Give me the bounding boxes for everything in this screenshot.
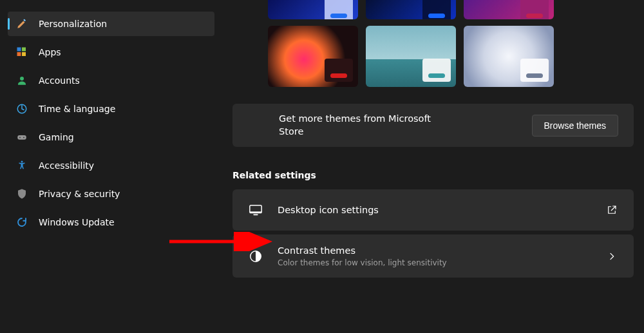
more-themes-row: Get more themes from Microsoft Store Bro… — [232, 104, 634, 147]
theme-card[interactable] — [268, 0, 358, 19]
clock-globe-icon — [15, 102, 28, 115]
sidebar-item-label: Time & language — [39, 104, 115, 114]
sidebar-item-label: Windows Update — [39, 217, 115, 227]
sidebar-item-label: Privacy & security — [39, 189, 120, 199]
svg-point-9 — [21, 161, 23, 163]
sidebar-item-personalization[interactable]: Personalization — [8, 12, 214, 36]
sidebar-item-privacy-security[interactable]: Privacy & security — [8, 182, 214, 206]
theme-card[interactable] — [268, 26, 358, 87]
brush-icon — [15, 17, 28, 30]
chevron-right-icon — [605, 250, 618, 263]
sidebar-item-label: Accessibility — [39, 160, 94, 171]
popout-icon — [605, 204, 618, 216]
browse-themes-button[interactable]: Browse themes — [532, 115, 618, 137]
sidebar-item-time-language[interactable]: Time & language — [8, 97, 214, 121]
svg-point-7 — [19, 137, 21, 138]
theme-card[interactable] — [366, 26, 456, 87]
svg-rect-0 — [17, 48, 21, 52]
sidebar-item-label: Accounts — [39, 75, 80, 86]
svg-point-8 — [23, 137, 24, 138]
related-settings-header: Related settings — [232, 170, 634, 180]
shield-icon — [15, 187, 28, 200]
theme-card[interactable] — [366, 0, 456, 19]
sidebar-item-label: Personalization — [39, 19, 107, 29]
svg-rect-1 — [22, 48, 26, 52]
svg-rect-6 — [17, 135, 26, 140]
theme-card[interactable] — [464, 26, 554, 87]
accessibility-icon — [15, 159, 28, 172]
card-title: Desktop icon settings — [278, 204, 591, 216]
sidebar-item-accessibility[interactable]: Accessibility — [8, 153, 214, 178]
svg-rect-11 — [250, 211, 261, 213]
sidebar-item-accounts[interactable]: Accounts — [8, 68, 214, 93]
gamepad-icon — [15, 131, 28, 144]
theme-grid — [232, 0, 634, 87]
apps-icon — [15, 46, 28, 59]
sidebar-item-windows-update[interactable]: Windows Update — [8, 210, 214, 234]
contrast-themes-card[interactable]: Contrast themes Color themes for low vis… — [232, 234, 634, 278]
monitor-icon — [248, 202, 263, 218]
desktop-icon-settings-card[interactable]: Desktop icon settings — [232, 189, 634, 231]
svg-rect-12 — [253, 214, 258, 216]
contrast-icon — [248, 249, 263, 264]
sidebar-item-label: Gaming — [39, 132, 74, 142]
svg-point-4 — [20, 77, 24, 81]
theme-card[interactable] — [464, 0, 554, 19]
sidebar-item-label: Apps — [39, 47, 61, 57]
sidebar-item-apps[interactable]: Apps — [8, 40, 214, 64]
more-themes-label: Get more themes from Microsoft Store — [279, 113, 446, 138]
sidebar-item-gaming[interactable]: Gaming — [8, 125, 214, 149]
svg-rect-3 — [22, 52, 26, 56]
update-icon — [15, 216, 28, 229]
card-subtitle: Color themes for low vision, light sensi… — [278, 258, 591, 267]
person-icon — [15, 74, 28, 87]
card-title: Contrast themes — [278, 245, 591, 257]
settings-main: Get more themes from Microsoft Store Bro… — [222, 0, 644, 333]
svg-rect-2 — [17, 52, 21, 56]
settings-sidebar: Personalization Apps Accounts Time & lan… — [0, 0, 222, 333]
